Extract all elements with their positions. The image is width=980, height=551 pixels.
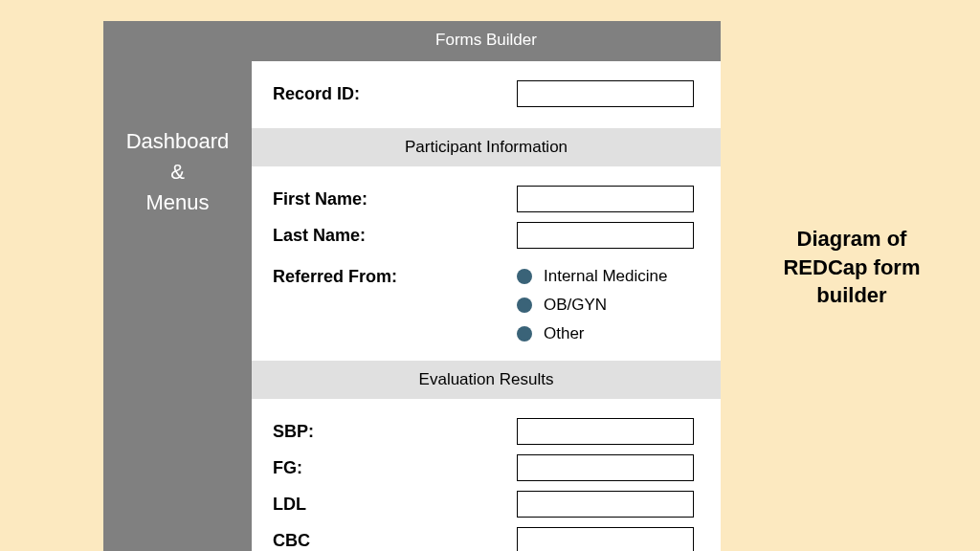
- last-name-input[interactable]: [517, 222, 694, 249]
- first-name-input[interactable]: [517, 186, 694, 212]
- ldl-input[interactable]: [517, 491, 694, 518]
- ldl-row: LDL: [252, 486, 721, 522]
- radio-label: Internal Medicine: [544, 267, 667, 286]
- main-panel: Forms Builder Record ID: Participant Inf…: [252, 21, 721, 551]
- record-id-row: Record ID:: [252, 61, 721, 128]
- participant-header: Participant Information: [252, 128, 721, 166]
- ldl-label: LDL: [273, 495, 517, 515]
- radio-icon: [517, 269, 532, 284]
- record-id-input[interactable]: [517, 80, 694, 107]
- first-name-row: First Name:: [252, 166, 721, 217]
- cbc-label: CBC: [273, 531, 517, 551]
- referred-label: Referred From:: [273, 267, 517, 287]
- fg-row: FG:: [252, 450, 721, 486]
- evaluation-section: SBP: FG: LDL CBC: [252, 399, 721, 551]
- radio-label: OB/GYN: [544, 296, 607, 315]
- first-name-label: First Name:: [273, 189, 517, 209]
- diagram-caption: Diagram of REDCap form builder: [756, 225, 947, 310]
- fg-label: FG:: [273, 458, 517, 478]
- last-name-row: Last Name:: [252, 217, 721, 253]
- sbp-label: SBP:: [273, 422, 517, 442]
- radio-icon: [517, 298, 532, 313]
- referred-options: Internal Medicine OB/GYN Other: [517, 267, 667, 343]
- last-name-label: Last Name:: [273, 226, 517, 246]
- referred-row: Referred From: Internal Medicine OB/GYN …: [252, 253, 721, 361]
- referred-option[interactable]: Internal Medicine: [517, 267, 667, 286]
- sidebar: Dashboard&Menus: [103, 21, 252, 551]
- radio-label: Other: [544, 324, 585, 343]
- referred-option[interactable]: OB/GYN: [517, 296, 667, 315]
- record-id-section: Record ID:: [252, 61, 721, 128]
- record-id-label: Record ID:: [273, 84, 517, 104]
- forms-builder-header: Forms Builder: [252, 21, 721, 61]
- cbc-row: CBC: [252, 522, 721, 551]
- app-frame: Dashboard&Menus Forms Builder Record ID:…: [103, 21, 721, 551]
- sbp-row: SBP:: [252, 399, 721, 450]
- fg-input[interactable]: [517, 454, 694, 481]
- evaluation-header: Evaluation Results: [252, 361, 721, 399]
- sbp-input[interactable]: [517, 418, 694, 445]
- cbc-input[interactable]: [517, 527, 694, 551]
- participant-section: First Name: Last Name: Referred From: In…: [252, 166, 721, 361]
- referred-option[interactable]: Other: [517, 324, 667, 343]
- radio-icon: [517, 326, 532, 342]
- sidebar-label: Dashboard&Menus: [126, 126, 230, 218]
